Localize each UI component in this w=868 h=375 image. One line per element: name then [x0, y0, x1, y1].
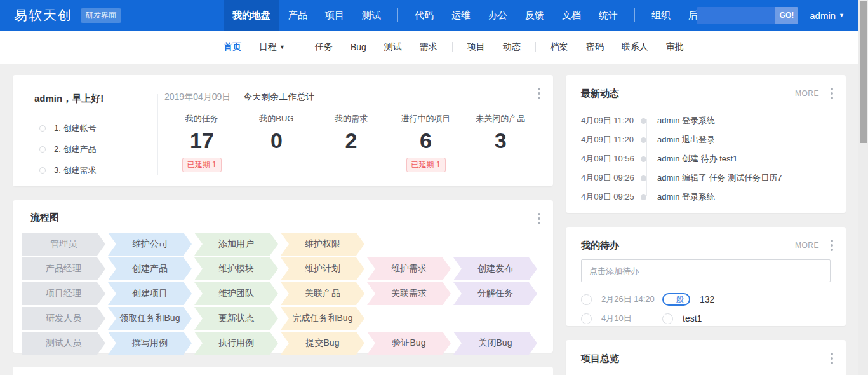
flow-step[interactable]: 创建发布	[453, 257, 537, 280]
search-input[interactable]	[697, 7, 775, 24]
onboarding-step[interactable]: 2. 创建产品	[39, 139, 157, 160]
subnav-item[interactable]: 项目 ▼	[458, 41, 494, 53]
stat-item[interactable]: 我的BUG 0	[239, 113, 314, 172]
subnav-item-label: 日程	[259, 41, 277, 53]
kebab-menu-icon[interactable]	[537, 86, 542, 100]
subnav-item[interactable]: ▼	[452, 42, 453, 52]
subnav-item[interactable]: ▼	[300, 42, 300, 52]
activity-text[interactable]: admin 退出登录	[657, 134, 715, 146]
brand-badge: 研发界面	[81, 8, 121, 23]
todo-checkbox[interactable]	[581, 313, 592, 324]
add-todo-input[interactable]	[581, 259, 831, 282]
more-link[interactable]: MORE	[795, 89, 819, 98]
project-overview-card: 项目总览	[566, 340, 846, 375]
flow-step[interactable]: 维护团队	[194, 282, 278, 305]
flow-step[interactable]: 验证Bug	[367, 332, 451, 355]
flow-step[interactable]: 关闭Bug	[453, 332, 537, 355]
flow-step[interactable]: 完成任务和Bug	[281, 307, 364, 330]
flow-step[interactable]: 创建产品	[108, 257, 192, 280]
kebab-menu-icon[interactable]	[829, 238, 834, 252]
flow-step[interactable]: 关联产品	[281, 282, 364, 305]
chevron-down-icon: ▼	[279, 44, 285, 50]
topbar-nav: 我的地盘 产品 项目 测试 代码 运维 办公 反馈 文档 统计	[224, 0, 716, 31]
subnav-item[interactable]: 审批 ▼	[657, 41, 693, 53]
subnav-item[interactable]: 密码 ▼	[577, 41, 613, 53]
scrollbar-thumb[interactable]	[860, 1, 867, 143]
flow-step[interactable]: 维护计划	[281, 257, 364, 280]
flow-step[interactable]: 提交Bug	[281, 332, 364, 355]
flow-step[interactable]: 维护公司	[108, 233, 192, 256]
user-menu[interactable]: admin ▼	[810, 10, 845, 21]
more-link[interactable]: MORE	[795, 241, 819, 250]
flow-step[interactable]: 产品经理	[22, 257, 105, 280]
flow-step[interactable]: 更新状态	[194, 307, 278, 330]
delayed-badge: 已延期 1	[182, 158, 222, 172]
flow-step[interactable]: 执行用例	[194, 332, 278, 355]
topbar-nav-item[interactable]: 代码	[406, 0, 443, 31]
topbar-nav-item[interactable]: 项目	[316, 0, 353, 31]
subnav-item[interactable]: 需求 ▼	[411, 41, 446, 53]
onboarding-step[interactable]: 1. 创建帐号	[39, 118, 157, 139]
activity-time: 4月09日 11:20	[581, 115, 641, 126]
subnav-item[interactable]: 首页 ▼	[215, 41, 250, 53]
subnav-item[interactable]: Bug ▼	[342, 42, 375, 52]
my-todo-card: MORE 我的待办 2月26日 14:20 一般 132	[566, 227, 846, 326]
flow-step[interactable]: 维护需求	[367, 257, 451, 280]
subnav-item[interactable]: ▼	[535, 42, 536, 52]
kebab-menu-icon[interactable]	[829, 351, 834, 365]
flow-step[interactable]: 研发人员	[22, 307, 105, 330]
subnav-item-label: Bug	[351, 42, 366, 52]
subnav-item[interactable]: 动态 ▼	[494, 41, 530, 53]
topbar-nav-item[interactable]	[397, 8, 398, 22]
search-go-button[interactable]: GO!	[775, 7, 799, 24]
subnav-item-label: 密码	[586, 41, 604, 53]
topbar-nav-item[interactable]: 办公	[479, 0, 516, 31]
onboarding-step[interactable]: 3. 创建需求	[39, 160, 157, 181]
topbar-nav-item[interactable]	[634, 8, 635, 22]
stat-value: 3	[463, 128, 538, 153]
stat-item[interactable]: 我的需求 2	[314, 113, 389, 172]
activity-time: 4月09日 09:26	[581, 172, 641, 184]
subnav-item[interactable]: 测试 ▼	[375, 41, 411, 53]
subnav-item[interactable]: 联系人 ▼	[613, 41, 657, 53]
flow-step[interactable]: 维护权限	[281, 233, 364, 256]
stat-item[interactable]: 未关闭的产品 3	[463, 113, 538, 172]
topbar-nav-item[interactable]: 我的地盘	[224, 0, 279, 31]
stat-item[interactable]: 我的任务 17 已延期 1	[164, 113, 239, 172]
topbar-nav-item[interactable]: 运维	[443, 0, 479, 31]
timeline-dot-icon	[641, 194, 646, 200]
activity-text[interactable]: admin 登录系统	[657, 115, 715, 126]
flow-step[interactable]: 管理员	[22, 233, 105, 256]
topbar-nav-item[interactable]: 产品	[279, 0, 316, 31]
flow-step[interactable]: 创建项目	[108, 282, 192, 305]
flow-step[interactable]: 测试人员	[22, 332, 105, 355]
activity-text[interactable]: admin 创建 待办 test1	[657, 153, 737, 165]
kebab-menu-icon[interactable]	[537, 212, 542, 226]
flow-step[interactable]: 分解任务	[453, 282, 537, 305]
stat-item[interactable]: 进行中的项目 6 已延期 1	[389, 113, 464, 172]
activity-item: 4月09日 11:20 admin 登录系统	[581, 111, 831, 130]
flow-step[interactable]: 关联需求	[367, 282, 451, 305]
flow-step[interactable]: 撰写用例	[108, 332, 192, 355]
flow-step[interactable]: 添加用户	[194, 233, 278, 256]
todo-checkbox[interactable]	[581, 294, 592, 305]
topbar-nav-item[interactable]: 测试	[353, 0, 390, 31]
activity-text[interactable]: admin 编辑了 任务 测试任务日历7	[657, 172, 782, 184]
subnav-item[interactable]: 任务 ▼	[306, 41, 342, 53]
kebab-menu-icon[interactable]	[829, 86, 834, 100]
subnav-item[interactable]: 档案 ▼	[542, 41, 577, 53]
scrollbar[interactable]	[858, 0, 868, 375]
topbar-nav-item[interactable]: 文档	[553, 0, 590, 31]
subnav-item-label: 动态	[503, 41, 521, 53]
todo-text[interactable]: 132	[700, 294, 714, 304]
todo-text[interactable]: test1	[683, 313, 702, 324]
topbar-nav-item[interactable]: 反馈	[516, 0, 553, 31]
flow-step[interactable]: 项目经理	[22, 282, 105, 305]
activity-text[interactable]: admin 登录系统	[657, 191, 715, 203]
topbar-nav-item[interactable]: 组织	[643, 0, 679, 31]
topbar-nav-item[interactable]: 统计	[590, 0, 627, 31]
flow-step[interactable]: 维护模块	[194, 257, 278, 280]
flow-step[interactable]: 领取任务和Bug	[108, 307, 192, 330]
my-todo-tools: MORE	[795, 238, 834, 252]
subnav-item[interactable]: 日程 ▼	[250, 41, 294, 53]
